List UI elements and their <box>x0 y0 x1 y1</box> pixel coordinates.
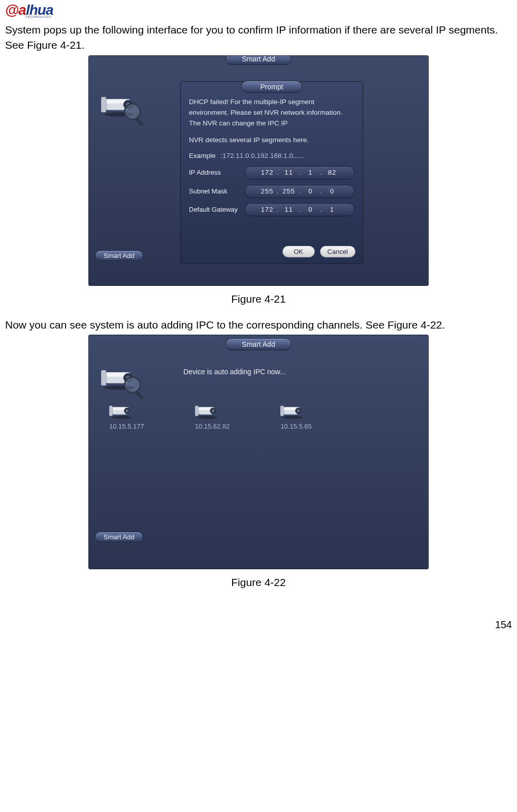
smart-add-title: Smart Add <box>225 55 292 65</box>
subnet-mask-input[interactable]: 255. 255. 0. 0 <box>245 185 354 198</box>
default-gateway-label: Default Gateway <box>189 205 245 215</box>
figure-4-22-caption: Figure 4-22 <box>5 576 512 589</box>
intro-paragraph-1: System pops up the following interface f… <box>5 22 512 53</box>
ip-address-row: IP Address 172. 11. 1. 82 <box>189 166 354 179</box>
example-value: :172.11.0.0,192.168.1.0,..... <box>220 152 304 159</box>
smart-add-title: Smart Add <box>225 338 292 350</box>
ipc-item[interactable]: 10.15.5.177 <box>109 402 144 430</box>
brand-logo: @alhua TECHNOLOGY <box>5 0 512 19</box>
figure-4-21-screenshot: Smart Add Prompt DHCP failed! For the mu… <box>88 55 429 286</box>
camera-icon <box>280 402 305 419</box>
prompt-detect-line: NVR detects several IP segments here. <box>189 135 354 146</box>
magnifier-icon <box>122 375 149 401</box>
auto-adding-status: Device is auto adding IPC now... <box>183 368 286 376</box>
prompt-message: DHCP failed! For the multiple-IP segment… <box>189 97 354 129</box>
prompt-title: Prompt <box>241 81 302 93</box>
figure-4-21-caption: Figure 4-21 <box>5 293 512 305</box>
smart-add-button[interactable]: Smart Add <box>95 250 143 261</box>
ipc-item[interactable]: 10.15.5.65 <box>280 402 311 430</box>
intro-paragraph-2: Now you can see system is auto adding IP… <box>5 317 512 333</box>
ok-button[interactable]: OK <box>282 246 315 257</box>
default-gateway-input[interactable]: 172. 11. 0. 1 <box>245 203 354 216</box>
prompt-dialog: Prompt DHCP failed! For the multiple-IP … <box>180 81 363 264</box>
ip-address-label: IP Address <box>189 168 245 178</box>
camera-icon <box>109 402 134 419</box>
ipc-ip: 10.15.5.65 <box>280 423 311 430</box>
ipc-ip: 10.15.5.177 <box>109 423 144 430</box>
figure-4-22-screenshot: Smart Add Device is auto adding IPC now.… <box>88 335 429 569</box>
smart-add-button[interactable]: Smart Add <box>95 532 143 542</box>
ipc-item[interactable]: 10.15.62.82 <box>195 402 230 430</box>
cancel-button[interactable]: Cancel <box>320 246 356 257</box>
default-gateway-row: Default Gateway 172. 11. 0. 1 <box>189 203 354 216</box>
page-number: 154 <box>5 619 512 631</box>
subnet-mask-label: Subnet Mask <box>189 186 245 197</box>
subnet-mask-row: Subnet Mask 255. 255. 0. 0 <box>189 185 354 198</box>
ipc-ip: 10.15.62.82 <box>195 423 230 430</box>
magnifier-icon <box>122 102 149 128</box>
camera-icon <box>195 402 219 419</box>
ip-address-input[interactable]: 172. 11. 1. 82 <box>245 166 354 179</box>
example-label: Example <box>189 152 216 159</box>
